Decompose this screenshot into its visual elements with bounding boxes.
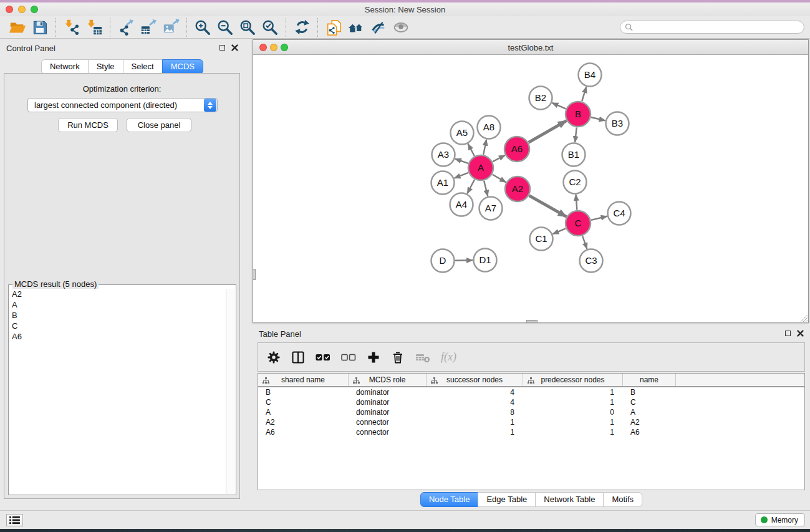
network-graph-canvas[interactable]: B4B2BB3A5A8A6A3B1AA1C2A2A4A7C4CC1C3DD1 (253, 55, 808, 322)
status-list-button[interactable] (6, 514, 23, 526)
tab-select[interactable]: Select (123, 59, 163, 74)
table-cell[interactable]: B (623, 388, 676, 397)
graph-edge-A-A3[interactable] (455, 159, 468, 163)
float-table-panel-icon[interactable] (785, 331, 791, 336)
table-cell[interactable]: dominator (349, 388, 427, 397)
tab-mcds[interactable]: MCDS (162, 59, 203, 74)
close-panel-button[interactable]: Close panel (127, 118, 191, 132)
run-mcds-button[interactable]: Run MCDS (58, 118, 118, 132)
graph-edge-A2-C[interactable] (529, 196, 567, 217)
table-cell[interactable]: 1 (523, 398, 623, 407)
clone-network-button[interactable] (322, 17, 345, 37)
select-all-checkboxes-button[interactable] (316, 351, 330, 364)
table-row-B[interactable]: Bdominator41B (258, 387, 804, 397)
memory-button[interactable]: Memory (755, 513, 805, 526)
graph-edge-A6-B[interactable] (529, 121, 567, 143)
close-table-panel-icon[interactable] (797, 330, 804, 337)
zoom-selected-button[interactable] (259, 17, 281, 37)
graph-edge-B-B1[interactable] (575, 127, 577, 142)
open-session-button[interactable] (6, 17, 29, 37)
graph-edge-A-A7[interactable] (484, 181, 488, 196)
add-row-button[interactable] (367, 351, 380, 364)
column-settings-button[interactable] (267, 351, 281, 364)
float-panel-icon[interactable] (219, 45, 225, 51)
result-scrollbar[interactable] (226, 289, 235, 494)
graph-edge-C-C2[interactable] (576, 195, 577, 210)
table-cell[interactable]: 8 (427, 408, 523, 417)
deselect-all-checkboxes-button[interactable] (341, 351, 356, 364)
table-cell[interactable]: A6 (258, 428, 349, 437)
table-row-A2[interactable]: A2connector11A2 (258, 417, 804, 427)
zoom-in-button[interactable] (191, 17, 214, 37)
zoom-fit-button[interactable] (236, 17, 259, 37)
zoom-out-button[interactable] (214, 17, 236, 37)
graph-edge-A-A1[interactable] (455, 173, 468, 178)
tab-network-table[interactable]: Network Table (535, 492, 604, 507)
tab-style[interactable]: Style (88, 59, 123, 74)
table-cell[interactable]: dominator (349, 398, 427, 407)
table-cell[interactable]: 0 (523, 408, 623, 417)
mcds-result-item[interactable]: A2 (9, 289, 226, 299)
show-home-button[interactable] (345, 17, 367, 37)
table-cell[interactable]: B (258, 388, 349, 397)
column-header-successor-nodes[interactable]: successor nodes (427, 374, 523, 386)
graph-edge-A-A5[interactable] (468, 144, 474, 156)
export-table-button[interactable] (137, 17, 160, 37)
table-cell[interactable]: A6 (623, 428, 676, 437)
table-cell[interactable]: A (623, 408, 676, 417)
table-cell[interactable]: 1 (427, 418, 523, 427)
export-image-button[interactable] (160, 17, 182, 37)
bottom-splitter-handle[interactable] (526, 320, 538, 323)
import-network-button[interactable] (60, 17, 83, 37)
optimization-criterion-select[interactable]: largest connected component (directed) (27, 98, 218, 112)
graph-edge-B-B4[interactable] (582, 87, 586, 101)
table-row-A[interactable]: Adominator80A (258, 407, 804, 417)
mcds-result-item[interactable]: A6 (9, 331, 226, 342)
table-cell[interactable]: 4 (427, 398, 523, 407)
mcds-result-item[interactable]: C (9, 321, 226, 331)
table-cell[interactable]: 1 (523, 388, 623, 397)
graph-edge-B-B3[interactable] (591, 117, 605, 120)
table-layout-button[interactable] (291, 351, 305, 364)
table-cell[interactable]: connector (349, 418, 427, 427)
close-panel-icon[interactable] (231, 44, 238, 51)
refresh-layout-button[interactable] (291, 17, 313, 37)
tab-node-table[interactable]: Node Table (420, 492, 479, 507)
save-session-button[interactable] (29, 17, 51, 37)
table-cell[interactable]: A2 (258, 418, 349, 427)
table-row-A6[interactable]: A6connector11A6 (258, 427, 804, 437)
hide-selected-button[interactable] (367, 17, 390, 37)
graph-edge-A-A2[interactable] (493, 175, 506, 183)
graph-edge-C-C3[interactable] (582, 236, 587, 249)
graph-edge-C-C1[interactable] (552, 228, 566, 234)
table-cell[interactable]: A (258, 408, 349, 417)
graph-edge-A-A8[interactable] (483, 140, 486, 155)
search-input[interactable] (633, 23, 804, 32)
column-header-shared-name[interactable]: shared name (258, 374, 349, 386)
window-resize-grip[interactable] (799, 314, 808, 322)
table-cell[interactable]: 1 (523, 418, 623, 427)
left-splitter-handle[interactable] (253, 269, 256, 280)
graph-edge-A-A4[interactable] (467, 180, 475, 193)
import-table-button[interactable] (83, 17, 105, 37)
export-network-button[interactable] (115, 17, 137, 37)
table-row-C[interactable]: Cdominator41C (258, 397, 804, 407)
mcds-result-item[interactable]: B (9, 310, 226, 321)
table-cell[interactable]: 1 (523, 428, 623, 437)
table-cell[interactable]: 4 (427, 388, 523, 397)
mcds-result-item[interactable]: A (9, 299, 226, 310)
column-header-MCDS-role[interactable]: MCDS role (349, 374, 427, 386)
tab-edge-table[interactable]: Edge Table (478, 492, 536, 507)
column-header-predecessor-nodes[interactable]: predecessor nodes (523, 374, 623, 386)
tab-motifs[interactable]: Motifs (603, 492, 642, 507)
table-cell[interactable]: dominator (349, 408, 427, 417)
graph-edge-B-B2[interactable] (552, 103, 566, 109)
graph-edge-C-C4[interactable] (591, 216, 607, 220)
delete-row-button[interactable] (391, 351, 405, 364)
table-cell[interactable]: 1 (427, 428, 523, 437)
tab-network[interactable]: Network (41, 59, 89, 74)
graph-edge-A-A6[interactable] (493, 155, 505, 162)
table-cell[interactable]: C (623, 398, 676, 407)
table-cell[interactable]: A2 (623, 418, 676, 427)
table-cell[interactable]: C (258, 398, 349, 407)
